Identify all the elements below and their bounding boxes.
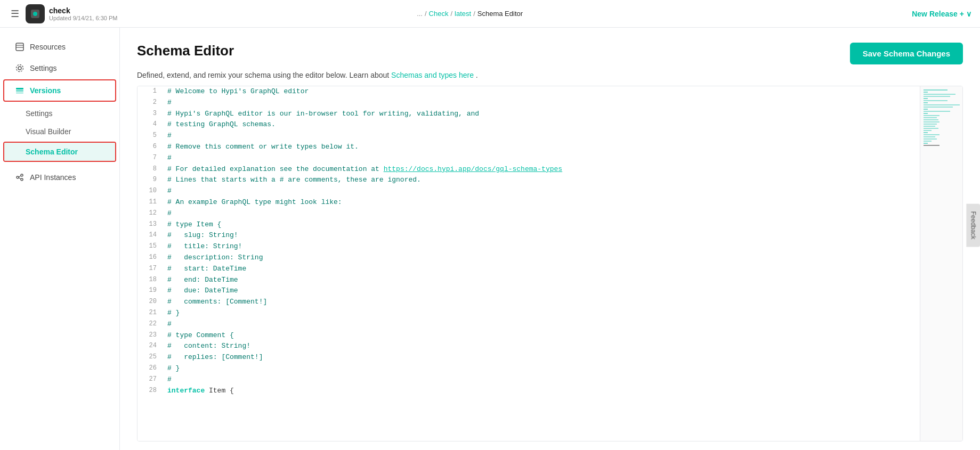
page-title: Schema Editor <box>137 43 234 59</box>
svg-rect-29 <box>924 117 937 118</box>
versions-highlight: Versions <box>3 79 116 102</box>
line-number: 19 <box>137 285 163 297</box>
line-number: 7 <box>137 153 163 164</box>
visual-builder-label: Visual Builder <box>26 127 71 136</box>
svg-rect-40 <box>924 141 932 142</box>
versions-label: Versions <box>30 86 61 95</box>
schema-editor-wrapper: 1# Welcome to Hypi's GraphQL editor2#3# … <box>137 86 963 441</box>
line-code: # <box>163 186 920 197</box>
table-row: 27# <box>137 374 920 386</box>
app-updated: Updated 9/14/21, 6:30 PM <box>49 15 412 21</box>
line-number: 18 <box>137 275 163 286</box>
svg-rect-15 <box>920 86 962 246</box>
line-code: # <box>163 208 920 219</box>
svg-rect-24 <box>924 107 953 108</box>
table-row: 8# For detailed explanation see the docu… <box>137 164 920 175</box>
breadcrumb-current: Schema Editor <box>477 10 523 18</box>
line-number: 25 <box>137 352 163 363</box>
line-number: 17 <box>137 264 163 275</box>
breadcrumb-ellipsis: ... <box>417 10 423 18</box>
line-number: 10 <box>137 186 163 197</box>
settings-label: Settings <box>30 64 57 72</box>
line-number: 27 <box>137 374 163 386</box>
line-code: # Lines that starts with a # are comment… <box>163 175 920 186</box>
new-release-label: New Release <box>912 10 958 18</box>
line-code: # For detailed explanation see the docum… <box>163 164 920 175</box>
table-row: 14# slug: String! <box>137 230 920 241</box>
sidebar-item-versions[interactable]: Versions <box>4 80 115 101</box>
hamburger-icon: ☰ <box>11 9 19 19</box>
table-row: 4# testing GraphQL schemas. <box>137 119 920 130</box>
table-row: 20# comments: [Comment!] <box>137 297 920 308</box>
line-number: 14 <box>137 230 163 241</box>
sidebar-item-settings[interactable]: Settings <box>4 58 115 78</box>
new-release-button[interactable]: New Release + ∨ <box>912 10 971 18</box>
breadcrumb-latest[interactable]: latest <box>455 10 471 18</box>
svg-rect-36 <box>924 132 928 133</box>
sidebar-versions-group: Settings Visual Builder Schema Editor <box>0 104 119 163</box>
sidebar: Resources Settings Versi <box>0 28 120 450</box>
docs-link[interactable]: https://docs.hypi.app/docs/gql-schema-ty… <box>384 165 562 173</box>
table-row: 16# description: String <box>137 252 920 264</box>
hamburger-button[interactable]: ☰ <box>9 6 21 22</box>
api-instances-icon <box>15 173 25 182</box>
sidebar-item-resources[interactable]: Resources <box>4 37 115 57</box>
line-code: interface Item { <box>163 386 920 397</box>
resources-label: Resources <box>30 43 66 51</box>
sidebar-item-api-instances[interactable]: API Instances <box>4 167 115 187</box>
svg-rect-16 <box>924 89 947 91</box>
api-instances-label: API Instances <box>30 173 76 182</box>
line-code: # Hypi's GraphQL editor is our in-browse… <box>163 109 920 120</box>
table-row: 11# An example GraphQL type might look l… <box>137 197 920 208</box>
line-number: 6 <box>137 142 163 153</box>
line-number: 4 <box>137 119 163 130</box>
table-row: 22# <box>137 319 920 330</box>
header-right: New Release + ∨ <box>912 10 971 18</box>
svg-rect-20 <box>924 98 928 99</box>
editor-table: 1# Welcome to Hypi's GraphQL editor2#3# … <box>137 86 920 396</box>
app-info: check Updated 9/14/21, 6:30 PM <box>49 6 412 21</box>
table-row: 13# type Item { <box>137 219 920 231</box>
sidebar-item-visual-builder[interactable]: Visual Builder <box>0 122 119 141</box>
line-number: 2 <box>137 97 163 109</box>
svg-rect-21 <box>924 100 947 101</box>
editor-minimap <box>920 86 962 441</box>
line-code: # Remove this comment or write types bel… <box>163 142 920 153</box>
svg-rect-23 <box>924 104 960 105</box>
main-layout: Resources Settings Versi <box>0 28 980 450</box>
table-row: 15# title: String! <box>137 241 920 252</box>
svg-rect-35 <box>924 130 932 131</box>
table-row: 9# Lines that starts with a # are commen… <box>137 175 920 186</box>
line-code: # <box>163 319 920 330</box>
svg-rect-28 <box>924 115 939 116</box>
line-code: # type Comment { <box>163 330 920 341</box>
code-editor[interactable]: 1# Welcome to Hypi's GraphQL editor2#3# … <box>137 86 920 441</box>
line-number: 16 <box>137 252 163 264</box>
schemas-link[interactable]: Schemas and types here <box>391 71 474 79</box>
svg-point-6 <box>17 65 23 72</box>
line-code: # content: String! <box>163 341 920 352</box>
svg-rect-17 <box>924 92 928 93</box>
sidebar-item-versions-settings[interactable]: Settings <box>0 104 119 122</box>
table-row: 10# <box>137 186 920 197</box>
feedback-tab[interactable]: Feedback <box>967 203 980 247</box>
schema-editor-highlight: Schema Editor <box>3 142 116 162</box>
sidebar-item-schema-editor[interactable]: Schema Editor <box>4 143 115 161</box>
line-number: 13 <box>137 219 163 231</box>
svg-rect-31 <box>924 121 939 122</box>
line-code: # <box>163 153 920 164</box>
line-number: 21 <box>137 308 163 319</box>
settings-icon <box>15 63 25 73</box>
table-row: 24# content: String! <box>137 341 920 352</box>
line-code: # } <box>163 363 920 374</box>
table-row: 1# Welcome to Hypi's GraphQL editor <box>137 86 920 97</box>
svg-rect-34 <box>924 128 938 129</box>
save-schema-button[interactable]: Save Schema Changes <box>850 43 963 64</box>
svg-line-14 <box>19 178 21 179</box>
svg-rect-27 <box>924 113 928 114</box>
breadcrumb-separator2: / <box>450 10 452 18</box>
breadcrumb-separator3: / <box>473 10 475 18</box>
breadcrumb-check[interactable]: Check <box>429 10 449 18</box>
line-number: 1 <box>137 86 163 97</box>
line-code: # <box>163 97 920 109</box>
